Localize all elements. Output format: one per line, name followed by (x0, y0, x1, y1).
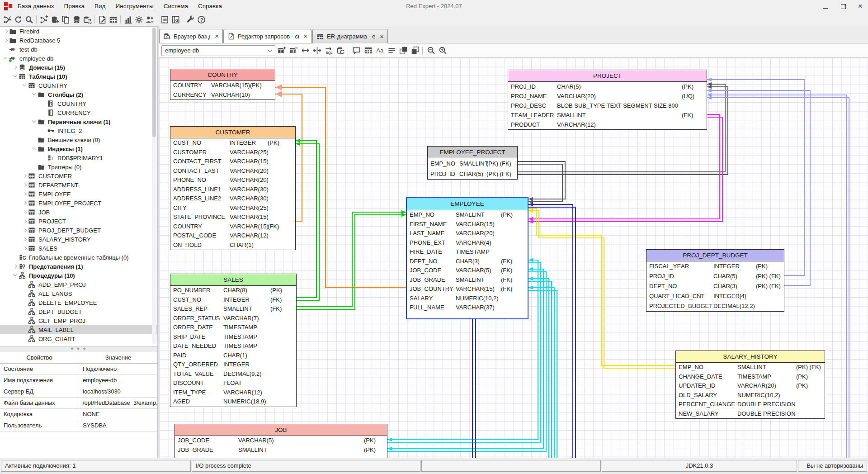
tab-close-icon[interactable]: × (380, 33, 384, 40)
text-aa-icon[interactable]: Aa (374, 45, 385, 56)
tab-close-icon[interactable]: × (215, 33, 219, 39)
tree-item-reddatabase-5[interactable]: RedDatabase 5 (0, 36, 157, 45)
tree-item-customer[interactable]: CUSTOMER (0, 171, 157, 180)
er-connection[interactable] (528, 117, 722, 222)
database-selector[interactable]: employee-db (161, 45, 275, 56)
menu-2[interactable]: Правка (59, 0, 90, 13)
help-icon[interactable]: ? (196, 14, 207, 25)
er-connection[interactable] (518, 161, 565, 199)
chevron-right-icon[interactable] (3, 37, 9, 43)
db-sql-icon[interactable]: SQL (82, 14, 93, 25)
menu-4[interactable]: Инструменты (110, 0, 158, 13)
er-table-job[interactable]: JOBJOB_CODEVARCHAR(5)(PK)JOB_GRADESMALLI… (175, 424, 387, 458)
er-connection[interactable] (528, 281, 552, 458)
tree-item-department[interactable]: DEPARTMENT (0, 180, 157, 190)
tree-item-глобальные-временные-таблицы-0-[interactable]: GГлобальные временные таблицы (0) (0, 253, 157, 262)
tree-item-delete-employee[interactable]: DELETE_EMPLOYEE (0, 298, 157, 307)
tree-item-org-chart[interactable]: ORG_CHART (0, 334, 157, 343)
er-table-project[interactable]: PROJECTPROJ_IDCHAR(5)(PK)PROJ_NAMEVARCHA… (508, 70, 707, 130)
er-connection[interactable] (297, 215, 406, 309)
maximize-button[interactable] (840, 3, 846, 9)
tree-item-процедуры-10-[interactable]: Процедуры (10) (0, 271, 157, 280)
lines-icon[interactable] (386, 45, 397, 56)
tree-item-dept-budget[interactable]: DEPT_BUDGET (0, 307, 157, 316)
layer-back-icon[interactable] (410, 45, 420, 56)
close-button[interactable]: × (857, 3, 863, 9)
chevron-right-icon[interactable] (22, 182, 28, 188)
tree-scrollbar-thumb[interactable] (152, 28, 156, 137)
tree-item-project[interactable]: PROJECT (0, 217, 157, 226)
tab-2[interactable]: Редактор запросов - скрипт1.sql× (223, 29, 311, 43)
sql-export-icon[interactable]: SQL (323, 45, 334, 56)
tree-item-all-langs[interactable]: ALL_LANGS (0, 289, 157, 298)
er-connection[interactable] (707, 80, 805, 275)
tree-item-столбцы-2-[interactable]: Столбцы (2) (0, 90, 157, 99)
tree-item-test-db[interactable]: test-db (0, 45, 157, 54)
tree-item-представления-1-[interactable]: Представления (1) (0, 262, 157, 271)
tree-item-add-emp-proj[interactable]: ADD_EMP_PROJ (0, 280, 157, 289)
tab-close-icon[interactable]: × (303, 33, 307, 39)
tree-item-внешние-ключи-0-[interactable]: Внешние ключи (0) (0, 135, 157, 144)
chevron-right-icon[interactable] (22, 173, 28, 179)
arrow-h-icon[interactable] (300, 45, 311, 56)
chevron-right-icon[interactable] (12, 64, 19, 71)
chevron-right-icon[interactable] (22, 191, 28, 197)
chevron-right-icon[interactable] (22, 245, 28, 251)
er-table-country[interactable]: COUNTRYCOUNTRYVARCHAR(15)(PK)CURRENCYVAR… (170, 69, 275, 100)
refresh-icon[interactable] (13, 14, 24, 25)
arrow-split-icon[interactable] (311, 45, 322, 56)
table-icon[interactable] (108, 14, 118, 25)
page-copy-icon[interactable] (60, 14, 71, 25)
zoom-in-icon[interactable] (437, 45, 448, 56)
er-table-customer[interactable]: CUSTOMERCUST_NOINTEGER(PK)CUSTOMERVARCHA… (170, 126, 296, 250)
tree-item-employee[interactable]: EMPLOYEE (0, 190, 157, 199)
file-edit-icon[interactable] (97, 14, 108, 25)
layer-front-icon[interactable] (398, 45, 409, 56)
chart-icon[interactable] (123, 14, 133, 25)
tree-item-mail-label[interactable]: MAIL_LABEL (0, 325, 157, 334)
er-connection[interactable] (296, 141, 316, 298)
er-table-salary_history[interactable]: SALARY_HISTORYEMP_NOSMALLINT(PK) (FK)CHA… (675, 351, 825, 419)
chevron-right-icon[interactable] (12, 263, 19, 270)
connect-tree-icon[interactable] (38, 14, 49, 25)
comment-icon[interactable] (351, 45, 362, 56)
tab-3[interactable]: ER-диаграмма - erd2.eqd× (312, 29, 388, 43)
tree-item-firebird[interactable]: Firebird (0, 27, 157, 36)
chevron-down-icon[interactable] (31, 91, 38, 98)
chevron-down-icon[interactable] (3, 55, 9, 62)
tree-item-sales[interactable]: SALES (0, 244, 157, 253)
chevron-right-icon[interactable] (22, 236, 28, 242)
tree-item-integ-2[interactable]: INTEG_2 (0, 126, 157, 135)
chevron-right-icon[interactable] (22, 209, 28, 215)
table-minus-icon[interactable] (288, 45, 299, 56)
list-icon[interactable] (159, 14, 170, 25)
tree-item-employee-db[interactable]: employee-db (0, 54, 157, 63)
er-connection[interactable] (528, 290, 557, 458)
er-canvas[interactable]: COUNTRYCOUNTRYVARCHAR(15)(PK)CURRENCYVAR… (159, 58, 868, 458)
chevron-down-icon[interactable] (22, 82, 28, 89)
zoom-out-icon[interactable] (425, 45, 436, 56)
minimize-button[interactable] (823, 3, 829, 9)
tree-item-индексы-1-[interactable]: Индексы (1) (0, 144, 157, 153)
tree-item-rdb-primary1[interactable]: IRDB$PRIMARY1 (0, 153, 157, 162)
tree-item-salary-history[interactable]: SALARY_HISTORY (0, 235, 157, 244)
menu-3[interactable]: Вид (90, 0, 110, 13)
disconnect-icon[interactable] (2, 14, 13, 25)
menu-6[interactable]: Справка (193, 0, 227, 13)
tree-item-get-emp-proj[interactable]: GET_EMP_PROJ (0, 316, 157, 325)
er-connection[interactable] (528, 288, 554, 458)
er-connection[interactable] (296, 144, 319, 300)
chevron-down-icon[interactable] (12, 73, 19, 80)
wrench-icon[interactable] (185, 14, 196, 25)
menu-1[interactable]: База данных (13, 0, 59, 13)
tree-item-job[interactable]: JOB (0, 208, 157, 217)
tree-item-триггеры-0-[interactable]: Триггеры (0) (0, 162, 157, 171)
tree-item-currency[interactable]: CURRENCY (0, 108, 157, 117)
er-table-sales[interactable]: SALESPO_NUMBERCHAR(8)(PK)CUST_NOINTEGER(… (170, 274, 297, 407)
er-connection[interactable] (297, 212, 406, 307)
chevron-right-icon[interactable] (22, 200, 28, 206)
chevron-right-icon[interactable] (22, 227, 28, 233)
er-table-employee_project[interactable]: EMPLOYEE_PROJECTEMP_NOSMALLINT(PK) (FK)P… (427, 146, 518, 180)
table-icon[interactable] (363, 45, 373, 56)
users-icon[interactable] (144, 14, 155, 25)
